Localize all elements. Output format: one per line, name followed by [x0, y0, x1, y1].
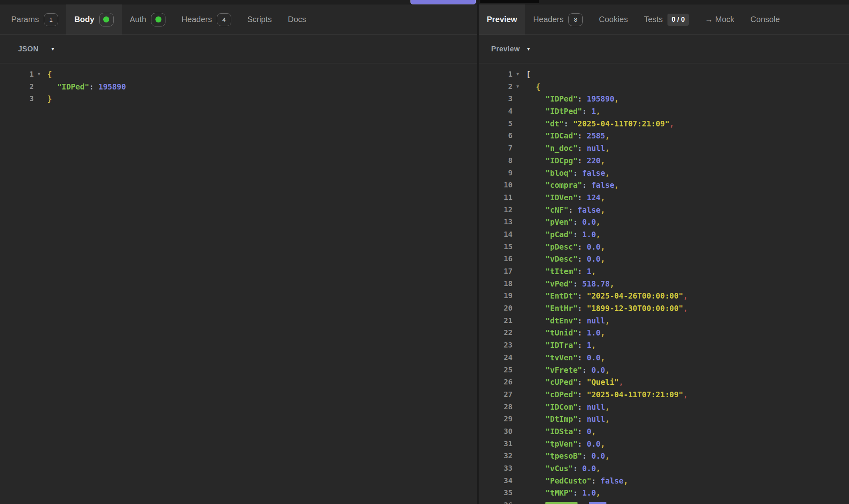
code-line[interactable]: 36: [479, 499, 849, 504]
fold-gutter: [512, 241, 523, 253]
tab-headers[interactable]: Headers8: [525, 4, 591, 35]
fold-gutter: [512, 290, 523, 302]
code-line[interactable]: 12"cNF": false,: [479, 204, 849, 216]
token-num: 0.0: [582, 464, 596, 473]
code-line[interactable]: 29"DtImp": null,: [479, 413, 849, 425]
code-line[interactable]: 10"compra": false,: [479, 179, 849, 191]
tab-label: Headers: [533, 15, 564, 24]
token-num: 0.0: [587, 254, 600, 263]
code-line[interactable]: 28"IDCom": null,: [479, 401, 849, 413]
code-line[interactable]: 3}: [0, 93, 477, 105]
tab-docs[interactable]: Docs: [280, 4, 314, 35]
code-line[interactable]: 15"pDesc": 0.0,: [479, 241, 849, 253]
token-num: 195890: [98, 82, 126, 91]
code-line[interactable]: 17"tItem": 1,: [479, 265, 849, 278]
fold-icon[interactable]: ▼: [512, 81, 523, 93]
token-colon: :: [578, 378, 587, 386]
token-brace: {: [536, 82, 540, 91]
code-line[interactable]: 16"vDesc": 0.0,: [479, 253, 849, 265]
request-bar-clipped: [0, 0, 477, 4]
request-subbar: JSON ▼: [0, 35, 477, 63]
code-line[interactable]: 5"dt": "2025-04-11T07:21:09",: [479, 118, 849, 130]
tab-label: Tests: [644, 15, 663, 24]
code-line[interactable]: 22"tUnid": 1.0,: [479, 327, 849, 339]
code-line[interactable]: 1▼[: [479, 68, 849, 81]
fold-icon[interactable]: ▼: [512, 68, 523, 81]
green-dot-icon: [103, 16, 109, 22]
tab-mock[interactable]: → Mock: [697, 4, 742, 35]
code-line[interactable]: 2▼{: [479, 81, 849, 93]
tab-tests[interactable]: Tests0 / 0: [636, 4, 697, 35]
code-line[interactable]: 14"pCad": 1.0,: [479, 228, 849, 241]
fold-gutter: [512, 228, 523, 241]
url-field-clipped[interactable]: [480, 0, 539, 3]
code-line[interactable]: 21"dtEnv": null,: [479, 315, 849, 327]
token-key: "pVen": [545, 217, 573, 226]
code-line[interactable]: 20"EntHr": "1899-12-30T00:00:00",: [479, 302, 849, 315]
code-line[interactable]: 18"vPed": 518.78,: [479, 278, 849, 290]
token-key: "dt": [545, 119, 564, 128]
fold-gutter: [512, 487, 523, 499]
code-line[interactable]: 8"IDCpg": 220,: [479, 154, 849, 167]
code-line[interactable]: 11"IDVen": 124,: [479, 191, 849, 204]
code-line[interactable]: 27"cDPed": "2025-04-11T07:21:09",: [479, 388, 849, 401]
token-key: "IDVen": [545, 193, 578, 202]
token-commaY: ,: [605, 415, 610, 423]
tab-console[interactable]: Console: [743, 4, 788, 35]
tab-auth[interactable]: Auth: [122, 4, 173, 35]
code-line[interactable]: 26"cUPed": "Queli",: [479, 376, 849, 388]
code-line[interactable]: 7"n_doc": null,: [479, 142, 849, 154]
token-key: "compra": [545, 181, 582, 189]
tab-params[interactable]: Params1: [3, 4, 66, 35]
tab-scripts[interactable]: Scripts: [239, 4, 280, 35]
token-num: 124: [587, 193, 600, 202]
token-colon: :: [578, 267, 587, 276]
token-commaY: ,: [605, 316, 610, 325]
tab-body[interactable]: Body: [66, 4, 122, 35]
body-type-dropdown[interactable]: JSON ▼: [18, 45, 55, 53]
fold-gutter: [512, 339, 523, 352]
fold-gutter: [512, 413, 523, 425]
code-line[interactable]: 35"tMKP": 1.0,: [479, 487, 849, 499]
request-body-editor[interactable]: 1▼{2"IDPed": 1958903}: [0, 63, 477, 504]
tab-cookies[interactable]: Cookies: [591, 4, 636, 35]
response-preview-editor[interactable]: 1▼[2▼{3"IDPed": 195890,4"IDtPed": 1,5"dt…: [479, 63, 849, 504]
response-view-label: Preview: [491, 45, 520, 53]
code-line[interactable]: 25"vFrete": 0.0,: [479, 364, 849, 376]
code-line[interactable]: 13"pVen": 0.0,: [479, 216, 849, 228]
token-str: "Queli": [587, 378, 619, 386]
token-key: "tpVen": [545, 439, 578, 448]
code-line[interactable]: 9"bloq": false,: [479, 167, 849, 179]
response-panel: PreviewHeaders8CookiesTests0 / 0→ MockCo…: [479, 0, 849, 504]
code-line[interactable]: 3"IDPed": 195890,: [479, 93, 849, 105]
tab-preview[interactable]: Preview: [479, 4, 525, 35]
token-colon: :: [573, 217, 582, 226]
line-number: 28: [479, 401, 512, 413]
code-line[interactable]: 30"IDSta": 0,: [479, 425, 849, 438]
token-commaY: ,: [605, 131, 610, 140]
code-line[interactable]: 32"tpesoB": 0.0,: [479, 450, 849, 462]
code-line[interactable]: 19"EntDt": "2025-04-26T00:00:00",: [479, 290, 849, 302]
token-key: "tvVen": [545, 353, 578, 362]
token-key: "PedCusto": [545, 476, 591, 485]
code-line[interactable]: 23"IDTra": 1,: [479, 339, 849, 352]
response-view-dropdown[interactable]: Preview ▼: [491, 45, 531, 53]
fold-gutter: [512, 191, 523, 204]
code-line[interactable]: 31"tpVen": 0.0,: [479, 438, 849, 450]
line-number: 17: [479, 265, 512, 278]
tab-headers[interactable]: Headers4: [173, 4, 239, 35]
code-line[interactable]: 34"PedCusto": false,: [479, 475, 849, 487]
code-line[interactable]: 33"vCus": 0.0,: [479, 462, 849, 475]
token-commaY: ,: [600, 328, 605, 337]
code-line[interactable]: 6"IDCad": 2585,: [479, 130, 849, 142]
token-key: "pCad": [545, 230, 573, 239]
code-line[interactable]: 4"IDtPed": 1,: [479, 105, 849, 118]
code-line[interactable]: 1▼{: [0, 68, 477, 81]
code-line[interactable]: 2"IDPed": 195890: [0, 81, 477, 93]
fold-icon[interactable]: ▼: [34, 68, 44, 81]
line-number: 9: [479, 167, 512, 179]
code-line[interactable]: 24"tvVen": 0.0,: [479, 352, 849, 364]
send-button[interactable]: [410, 0, 476, 4]
line-number: 23: [479, 339, 512, 352]
token-colon: :: [578, 156, 587, 165]
